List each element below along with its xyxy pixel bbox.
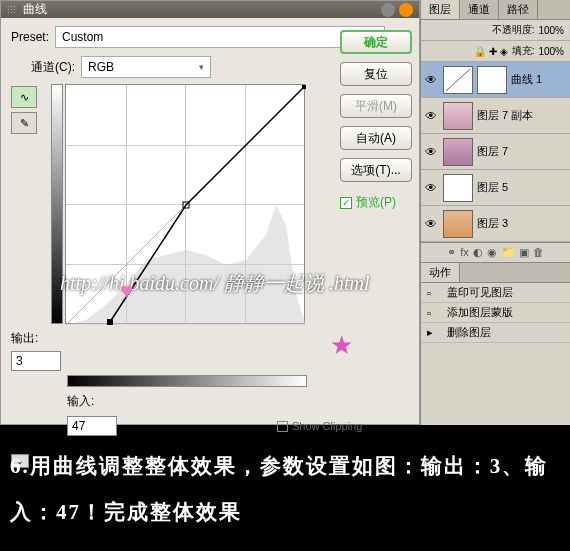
preview-checkbox[interactable]: ✓ 预览(P) (340, 194, 412, 211)
layer-thumbnail (443, 102, 473, 130)
link-icon[interactable]: ⚭ (447, 246, 456, 259)
grip-icon (7, 5, 17, 15)
layer-thumbnail (443, 174, 473, 202)
mask-icon[interactable]: ◐ (473, 246, 483, 259)
svg-rect-3 (302, 85, 306, 89)
layer-item[interactable]: 👁 图层 7 副本 (421, 98, 570, 134)
output-input[interactable] (11, 351, 61, 371)
new-layer-icon[interactable]: ▣ (519, 246, 529, 259)
input-gradient (67, 375, 307, 387)
svg-rect-1 (107, 319, 113, 325)
show-clipping-checkbox[interactable]: Show Clipping (277, 420, 362, 432)
visibility-icon[interactable]: 👁 (425, 217, 439, 231)
tab-paths[interactable]: 路径 (499, 0, 538, 19)
visibility-icon[interactable]: 👁 (425, 73, 439, 87)
visibility-icon[interactable]: 👁 (425, 145, 439, 159)
curve-line (66, 85, 306, 325)
svg-line-4 (446, 69, 470, 91)
heart-icon: ♥ (120, 278, 133, 304)
history-panel: 动作 ▫盖印可见图层 ▫添加图层蒙版 ▸删除图层 (421, 262, 570, 343)
layer-item[interactable]: 👁 图层 3 (421, 206, 570, 242)
visibility-icon[interactable]: 👁 (425, 109, 439, 123)
history-item[interactable]: ▸删除图层 (421, 323, 570, 343)
fx-icon[interactable]: fx (460, 246, 469, 259)
tab-layers[interactable]: 图层 (421, 0, 460, 19)
history-item[interactable]: ▫盖印可见图层 (421, 283, 570, 303)
input-input[interactable] (67, 416, 117, 436)
fill-value[interactable]: 100% (538, 46, 564, 57)
close-button[interactable] (399, 3, 413, 17)
layer-thumbnail (443, 66, 473, 94)
gray-eyedropper-icon[interactable]: ✎ (201, 414, 229, 442)
caption-text: 6.用曲线调整整体效果，参数设置如图：输出：3、输入：47！完成整体效果 (0, 425, 570, 545)
tab-actions[interactable]: 动作 (421, 263, 460, 282)
output-label: 输出: (11, 330, 61, 347)
preset-select[interactable]: Custom ▾ (55, 26, 385, 48)
star-icon: ★ (330, 330, 353, 361)
tab-channels[interactable]: 通道 (460, 0, 499, 19)
dialog-buttons: 确定 复位 平滑(M) 自动(A) 选项(T)... ✓ 预览(P) (340, 30, 412, 211)
auto-button[interactable]: 自动(A) (340, 126, 412, 150)
history-item[interactable]: ▫添加图层蒙版 (421, 303, 570, 323)
layer-panel-footer: ⚭ fx ◐ ◉ 📁 ▣ 🗑 (421, 242, 570, 262)
fill-label: 填充: (512, 44, 535, 58)
layer-item[interactable]: 👁 图层 7 (421, 134, 570, 170)
adjustment-icon[interactable]: ◉ (487, 246, 497, 259)
input-label: 输入: (67, 393, 117, 410)
curve-graph[interactable] (65, 84, 305, 324)
minimize-button[interactable] (381, 3, 395, 17)
reset-button[interactable]: 复位 (340, 62, 412, 86)
titlebar: 曲线 (1, 1, 419, 18)
channel-label: 通道(C): (31, 59, 75, 76)
opacity-value[interactable]: 100% (538, 25, 564, 36)
trash-icon[interactable]: 🗑 (533, 246, 544, 259)
layer-item-curves[interactable]: 👁 曲线 1 (421, 62, 570, 98)
mask-thumbnail (477, 66, 507, 94)
chevron-down-icon: ▾ (199, 62, 204, 72)
lock-icons[interactable]: 🔒 ✚ ◈ (474, 46, 508, 57)
folder-icon[interactable]: 📁 (501, 246, 515, 259)
options-button[interactable]: 选项(T)... (340, 158, 412, 182)
layer-thumbnail (443, 210, 473, 238)
layer-item[interactable]: 👁 图层 5 (421, 170, 570, 206)
curve-tool-button[interactable]: ∿ (11, 86, 37, 108)
preset-label: Preset: (11, 30, 49, 44)
black-eyedropper-icon[interactable]: ✎ (175, 414, 203, 442)
layer-thumbnail (443, 138, 473, 166)
white-eyedropper-icon[interactable]: ✎ (227, 414, 255, 442)
layers-panel: 图层 通道 路径 不透明度: 100% 🔒 ✚ ◈ 填充: 100% 👁 曲线 … (420, 0, 570, 425)
smooth-button: 平滑(M) (340, 94, 412, 118)
output-gradient (51, 84, 63, 324)
channel-select[interactable]: RGB ▾ (81, 56, 211, 78)
opacity-label: 不透明度: (492, 23, 535, 37)
ok-button[interactable]: 确定 (340, 30, 412, 54)
dialog-title: 曲线 (23, 1, 47, 18)
pencil-tool-button[interactable]: ✎ (11, 112, 37, 134)
visibility-icon[interactable]: 👁 (425, 181, 439, 195)
